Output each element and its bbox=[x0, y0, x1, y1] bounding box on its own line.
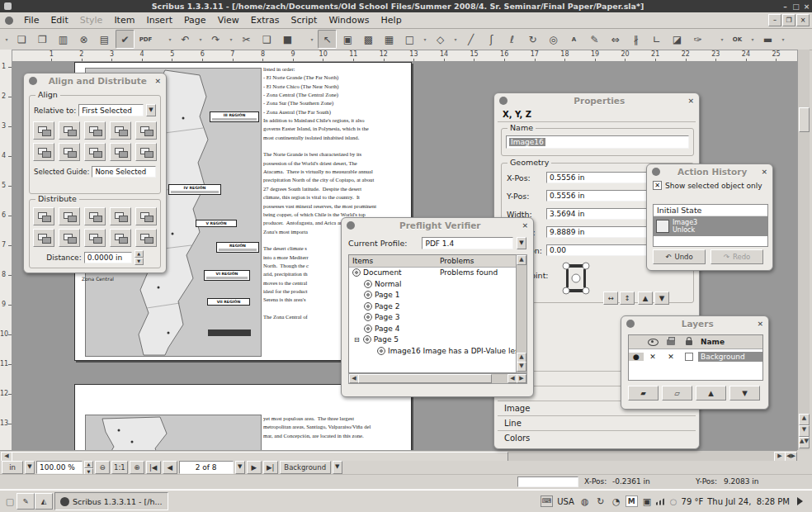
dialog-menu-icon[interactable] bbox=[626, 320, 635, 328]
distribute-equal-h-button[interactable] bbox=[110, 207, 131, 225]
layer-lock-toggle[interactable] bbox=[680, 353, 698, 361]
insert-table-icon[interactable]: ▦ bbox=[380, 30, 399, 49]
distribute-margins-h-button[interactable] bbox=[135, 207, 157, 225]
preflight-vscrollbar[interactable]: ▲ ▲ ▼ bbox=[516, 254, 527, 373]
tree-expander-icon[interactable]: ⊟ bbox=[354, 336, 360, 344]
web-browser-tray-icon[interactable]: ◍ bbox=[578, 496, 592, 507]
insert-polygon-icon[interactable]: ◇ bbox=[431, 30, 450, 49]
update-tray-icon[interactable]: ↻ bbox=[594, 496, 607, 507]
vertical-scrollbar[interactable]: ▲ ▼ ▲▼ bbox=[797, 50, 810, 450]
layer-name[interactable]: Background bbox=[698, 352, 762, 362]
section-colors[interactable]: Colors bbox=[504, 434, 530, 443]
align-center-horizontal-button[interactable] bbox=[84, 121, 106, 140]
zoom-spinner[interactable]: ▲▼ bbox=[84, 461, 93, 474]
dialog-menu-icon[interactable] bbox=[29, 77, 37, 85]
distribute-right-button[interactable] bbox=[84, 207, 106, 225]
pdf-push-button-icon[interactable]: OK bbox=[728, 30, 747, 49]
rotate-item-icon[interactable]: ↻ bbox=[523, 30, 542, 49]
profile-select[interactable]: PDF 1.4 bbox=[422, 237, 513, 249]
dialog-close-icon[interactable]: × bbox=[757, 320, 763, 328]
show-desktop-button[interactable]: ▢ bbox=[3, 496, 17, 507]
history-list[interactable]: Initial State Image3 Unlock bbox=[653, 204, 768, 247]
mdi-restore-button[interactable]: ❐ bbox=[782, 14, 795, 26]
distribute-center-h-button[interactable] bbox=[59, 207, 80, 225]
copy-properties-icon[interactable]: ◪ bbox=[668, 30, 687, 49]
undo-menu-arrow[interactable]: ▾ bbox=[196, 30, 205, 49]
preflight-row[interactable]: Normal bbox=[349, 278, 516, 290]
insert-line-icon[interactable]: ╱ bbox=[461, 30, 480, 49]
distribute-margins-v-button[interactable] bbox=[135, 229, 157, 247]
preflight-row[interactable]: Image16 Image has a DPI-Value les bbox=[349, 345, 516, 357]
units-selector[interactable]: in bbox=[2, 461, 23, 474]
preflight-row[interactable]: Page 3 bbox=[349, 312, 516, 324]
insert-shape-icon[interactable]: □ bbox=[400, 30, 419, 49]
redo-icon[interactable]: ↷ bbox=[206, 30, 225, 49]
align-center-vertical-button[interactable] bbox=[84, 143, 106, 161]
preflight-row[interactable]: Document Problems found bbox=[349, 268, 516, 279]
scribus-task-button[interactable]: Scribus 1.3.3.11 - [/h... bbox=[54, 492, 168, 510]
measurements-icon[interactable]: ∟ bbox=[647, 30, 666, 49]
scrollbar-thumb[interactable] bbox=[358, 374, 492, 383]
insert-bezier-icon[interactable]: ʃ bbox=[482, 30, 501, 49]
menu-file[interactable]: File bbox=[18, 14, 45, 26]
scroll-split-button[interactable]: ▲▼ bbox=[799, 437, 810, 448]
relative-to-select[interactable]: First Selected bbox=[78, 104, 144, 116]
dialog-close-icon[interactable]: × bbox=[154, 77, 161, 85]
preflight-row[interactable]: ⊟ Page 5 bbox=[349, 334, 516, 346]
align-left-out-button[interactable] bbox=[33, 121, 54, 140]
shape-menu-arrow[interactable]: ▾ bbox=[421, 30, 429, 49]
layers-titlebar[interactable]: Layers × bbox=[621, 316, 768, 330]
previous-page-button[interactable]: ◀ bbox=[163, 461, 177, 474]
layer-print-toggle[interactable]: ✕ bbox=[662, 353, 680, 361]
gmail-tray-icon[interactable]: M bbox=[626, 495, 638, 507]
open-document-icon[interactable]: ❐ bbox=[33, 30, 52, 49]
save-document-icon[interactable]: ▥ bbox=[54, 30, 73, 49]
dialog-menu-icon[interactable] bbox=[499, 97, 508, 105]
paste-icon[interactable]: ■ bbox=[278, 30, 297, 49]
align-dialog-titlebar[interactable]: Align and Distribute × bbox=[24, 73, 166, 88]
network-signal-tray-icon[interactable] bbox=[656, 498, 666, 505]
pdf-export-icon[interactable]: PDF bbox=[136, 30, 155, 49]
tools-toolbar-handle[interactable]: ▾ bbox=[308, 30, 316, 49]
weather-label[interactable]: 79 °F bbox=[682, 497, 704, 506]
distribute-center-v-button[interactable] bbox=[59, 229, 80, 247]
properties-titlebar[interactable]: Properties × bbox=[494, 93, 699, 107]
preflight-row[interactable]: Page 1 bbox=[349, 290, 516, 301]
problems-column-header[interactable]: Problems bbox=[440, 257, 516, 265]
layers-palette[interactable]: Layers × Name ● ✕ ✕ Background ▰ ▱ ▲ ▼ bbox=[621, 315, 769, 410]
edit-toolbar-handle[interactable]: ▾ bbox=[166, 30, 174, 49]
pdf-button-menu-arrow[interactable]: ▾ bbox=[748, 30, 757, 49]
flip-horizontal-button[interactable]: ↔ bbox=[603, 292, 618, 305]
page-dropdown-arrow[interactable]: ▼ bbox=[235, 461, 245, 474]
keyboard-layout-icon[interactable]: ⌨ bbox=[541, 495, 553, 507]
align-top-out-button[interactable] bbox=[33, 143, 54, 161]
menu-extras[interactable]: Extras bbox=[245, 14, 286, 26]
distribute-equal-v-button[interactable] bbox=[110, 229, 131, 247]
vertical-ruler[interactable]: 12345678910111213 bbox=[0, 50, 12, 450]
last-page-button[interactable]: ▶| bbox=[263, 461, 278, 474]
scroll-down-button[interactable]: ▼ bbox=[517, 362, 526, 372]
vertical-scrollbar-thumb[interactable] bbox=[799, 107, 810, 132]
insert-text-frame-icon[interactable]: ▣ bbox=[338, 30, 357, 49]
maximize-button[interactable]: □ bbox=[791, 2, 801, 11]
dialog-menu-icon[interactable] bbox=[652, 168, 660, 176]
preflight-list[interactable]: Items Problems Document Problems found N… bbox=[348, 254, 517, 373]
delete-layer-button[interactable]: ▱ bbox=[662, 386, 692, 401]
mdi-close-button[interactable]: × bbox=[796, 14, 810, 26]
print-icon[interactable]: ▤ bbox=[95, 30, 114, 49]
items-column-header[interactable]: Items bbox=[349, 257, 440, 265]
undo-button[interactable]: ↶ Undo bbox=[653, 249, 706, 264]
page-indicator-field[interactable]: 2 of 8 bbox=[179, 461, 234, 474]
cut-icon[interactable]: ✂ bbox=[237, 30, 256, 49]
layer-selector[interactable]: Background bbox=[280, 461, 331, 474]
unlink-text-frames-icon[interactable]: ∦ bbox=[626, 30, 645, 49]
pdf-tools-handle[interactable]: ▾ bbox=[718, 30, 726, 49]
align-bottom-button[interactable] bbox=[110, 143, 131, 161]
first-page-button[interactable]: |◀ bbox=[146, 461, 161, 474]
preflight-row[interactable]: Page 4 bbox=[349, 323, 516, 334]
pdf-field-icon[interactable]: ▬ bbox=[758, 30, 777, 49]
layers-table[interactable]: Name ● ✕ ✕ Background bbox=[628, 334, 763, 381]
window-menu-icon[interactable] bbox=[5, 17, 13, 25]
select-tool-icon[interactable]: ↖ bbox=[318, 30, 337, 49]
flip-vertical-button[interactable]: ↕ bbox=[620, 292, 635, 305]
